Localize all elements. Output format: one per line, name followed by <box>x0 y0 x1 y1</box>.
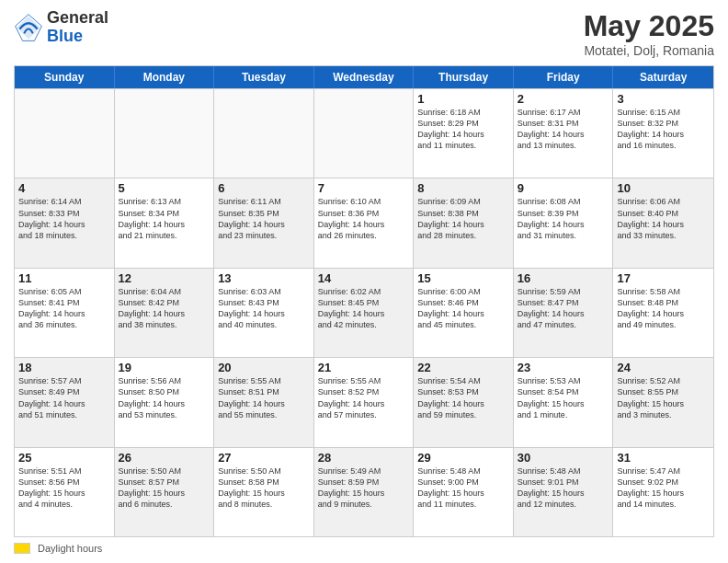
table-row: 15Sunrise: 6:00 AM Sunset: 8:46 PM Dayli… <box>414 269 514 357</box>
table-row: 6Sunrise: 6:11 AM Sunset: 8:35 PM Daylig… <box>214 178 314 267</box>
day-number: 16 <box>518 271 609 285</box>
day-detail: Sunrise: 6:02 AM Sunset: 8:45 PM Dayligh… <box>318 286 410 331</box>
table-row: 21Sunrise: 5:55 AM Sunset: 8:52 PM Dayli… <box>314 358 415 446</box>
table-row <box>314 89 415 178</box>
day-detail: Sunrise: 5:54 AM Sunset: 8:53 PM Dayligh… <box>417 375 509 420</box>
day-detail: Sunrise: 5:52 AM Sunset: 8:55 PM Dayligh… <box>617 375 710 420</box>
table-row: 10Sunrise: 6:06 AM Sunset: 8:40 PM Dayli… <box>613 178 713 267</box>
day-detail: Sunrise: 6:00 AM Sunset: 8:46 PM Dayligh… <box>417 286 509 331</box>
day-detail: Sunrise: 5:59 AM Sunset: 8:47 PM Dayligh… <box>518 286 609 331</box>
table-row: 12Sunrise: 6:04 AM Sunset: 8:42 PM Dayli… <box>115 269 215 357</box>
table-row: 11Sunrise: 6:05 AM Sunset: 8:41 PM Dayli… <box>15 269 115 357</box>
day-detail: Sunrise: 6:10 AM Sunset: 8:36 PM Dayligh… <box>318 196 410 241</box>
day-detail: Sunrise: 5:48 AM Sunset: 9:00 PM Dayligh… <box>417 465 509 511</box>
header-monday: Monday <box>115 66 215 88</box>
table-row <box>115 89 215 178</box>
calendar-body: 1Sunrise: 6:18 AM Sunset: 8:29 PM Daylig… <box>15 88 713 536</box>
table-row: 26Sunrise: 5:50 AM Sunset: 8:57 PM Dayli… <box>115 448 215 536</box>
table-row: 1Sunrise: 6:18 AM Sunset: 8:29 PM Daylig… <box>414 89 514 178</box>
day-detail: Sunrise: 6:17 AM Sunset: 8:31 PM Dayligh… <box>518 107 609 152</box>
table-row: 14Sunrise: 6:02 AM Sunset: 8:45 PM Dayli… <box>314 269 415 357</box>
table-row: 3Sunrise: 6:15 AM Sunset: 8:32 PM Daylig… <box>613 89 713 178</box>
calendar-week-4: 18Sunrise: 5:57 AM Sunset: 8:49 PM Dayli… <box>15 357 713 446</box>
day-detail: Sunrise: 6:03 AM Sunset: 8:43 PM Dayligh… <box>218 286 310 331</box>
footer: Daylight hours <box>14 543 714 554</box>
day-number: 23 <box>518 361 609 374</box>
table-row: 19Sunrise: 5:56 AM Sunset: 8:50 PM Dayli… <box>115 358 215 446</box>
day-number: 6 <box>218 181 310 195</box>
header-saturday: Saturday <box>613 66 713 88</box>
title-block: May 2025 Motatei, Dolj, Romania <box>584 9 714 58</box>
table-row: 8Sunrise: 6:09 AM Sunset: 8:38 PM Daylig… <box>414 178 514 267</box>
day-number: 8 <box>417 181 509 195</box>
table-row: 27Sunrise: 5:50 AM Sunset: 8:58 PM Dayli… <box>214 448 314 536</box>
day-detail: Sunrise: 6:04 AM Sunset: 8:42 PM Dayligh… <box>119 286 210 331</box>
day-detail: Sunrise: 5:55 AM Sunset: 8:51 PM Dayligh… <box>218 375 310 420</box>
day-detail: Sunrise: 6:08 AM Sunset: 8:39 PM Dayligh… <box>518 196 609 241</box>
table-row: 30Sunrise: 5:48 AM Sunset: 9:01 PM Dayli… <box>514 448 614 536</box>
table-row: 2Sunrise: 6:17 AM Sunset: 8:31 PM Daylig… <box>514 89 614 178</box>
day-number: 18 <box>18 361 110 374</box>
day-number: 28 <box>318 451 410 465</box>
footer-label: Daylight hours <box>38 543 102 554</box>
day-number: 21 <box>318 361 410 374</box>
day-number: 29 <box>417 451 509 465</box>
day-detail: Sunrise: 6:11 AM Sunset: 8:35 PM Dayligh… <box>218 196 310 241</box>
calendar-header: Sunday Monday Tuesday Wednesday Thursday… <box>15 66 713 88</box>
day-number: 11 <box>18 271 110 285</box>
day-number: 15 <box>417 271 509 285</box>
day-number: 22 <box>417 361 509 374</box>
logo-icon <box>14 13 43 42</box>
day-number: 1 <box>417 92 509 106</box>
day-detail: Sunrise: 5:53 AM Sunset: 8:54 PM Dayligh… <box>518 375 609 420</box>
day-detail: Sunrise: 5:48 AM Sunset: 9:01 PM Dayligh… <box>518 465 609 511</box>
day-detail: Sunrise: 6:05 AM Sunset: 8:41 PM Dayligh… <box>18 286 110 331</box>
table-row: 17Sunrise: 5:58 AM Sunset: 8:48 PM Dayli… <box>613 269 713 357</box>
header-wednesday: Wednesday <box>314 66 415 88</box>
calendar-week-3: 11Sunrise: 6:05 AM Sunset: 8:41 PM Dayli… <box>15 268 713 357</box>
day-detail: Sunrise: 5:51 AM Sunset: 8:56 PM Dayligh… <box>18 465 110 511</box>
table-row: 18Sunrise: 5:57 AM Sunset: 8:49 PM Dayli… <box>15 358 115 446</box>
table-row: 13Sunrise: 6:03 AM Sunset: 8:43 PM Dayli… <box>214 269 314 357</box>
calendar-week-1: 1Sunrise: 6:18 AM Sunset: 8:29 PM Daylig… <box>15 88 713 178</box>
day-number: 2 <box>518 92 609 106</box>
table-row: 25Sunrise: 5:51 AM Sunset: 8:56 PM Dayli… <box>15 448 115 536</box>
table-row: 20Sunrise: 5:55 AM Sunset: 8:51 PM Dayli… <box>214 358 314 446</box>
day-detail: Sunrise: 5:57 AM Sunset: 8:49 PM Dayligh… <box>18 375 110 420</box>
table-row <box>214 89 314 178</box>
table-row: 23Sunrise: 5:53 AM Sunset: 8:54 PM Dayli… <box>514 358 614 446</box>
day-number: 4 <box>18 181 110 195</box>
table-row: 31Sunrise: 5:47 AM Sunset: 9:02 PM Dayli… <box>613 448 713 536</box>
table-row: 16Sunrise: 5:59 AM Sunset: 8:47 PM Dayli… <box>514 269 614 357</box>
day-number: 5 <box>119 181 210 195</box>
header-tuesday: Tuesday <box>214 66 314 88</box>
day-detail: Sunrise: 6:14 AM Sunset: 8:33 PM Dayligh… <box>18 196 110 241</box>
day-number: 3 <box>617 92 710 106</box>
header-friday: Friday <box>514 66 614 88</box>
table-row: 4Sunrise: 6:14 AM Sunset: 8:33 PM Daylig… <box>15 178 115 267</box>
day-number: 12 <box>119 271 210 285</box>
day-number: 30 <box>518 451 609 465</box>
day-number: 14 <box>318 271 410 285</box>
table-row: 28Sunrise: 5:49 AM Sunset: 8:59 PM Dayli… <box>314 448 415 536</box>
day-detail: Sunrise: 6:15 AM Sunset: 8:32 PM Dayligh… <box>617 107 710 152</box>
logo-general: General <box>47 9 108 28</box>
day-number: 13 <box>218 271 310 285</box>
day-detail: Sunrise: 5:56 AM Sunset: 8:50 PM Dayligh… <box>119 375 210 420</box>
title-location: Motatei, Dolj, Romania <box>584 43 714 58</box>
calendar-week-5: 25Sunrise: 5:51 AM Sunset: 8:56 PM Dayli… <box>15 447 713 536</box>
day-detail: Sunrise: 6:06 AM Sunset: 8:40 PM Dayligh… <box>617 196 710 241</box>
header-sunday: Sunday <box>15 66 115 88</box>
day-detail: Sunrise: 6:13 AM Sunset: 8:34 PM Dayligh… <box>119 196 210 241</box>
calendar: Sunday Monday Tuesday Wednesday Thursday… <box>14 65 714 537</box>
day-number: 31 <box>617 451 710 465</box>
day-detail: Sunrise: 5:49 AM Sunset: 8:59 PM Dayligh… <box>318 465 410 511</box>
day-detail: Sunrise: 5:55 AM Sunset: 8:52 PM Dayligh… <box>318 375 410 420</box>
header-thursday: Thursday <box>414 66 514 88</box>
day-number: 25 <box>18 451 110 465</box>
day-detail: Sunrise: 6:09 AM Sunset: 8:38 PM Dayligh… <box>417 196 509 241</box>
title-month: May 2025 <box>584 9 714 43</box>
calendar-week-2: 4Sunrise: 6:14 AM Sunset: 8:33 PM Daylig… <box>15 178 713 267</box>
table-row <box>15 89 115 178</box>
day-number: 7 <box>318 181 410 195</box>
